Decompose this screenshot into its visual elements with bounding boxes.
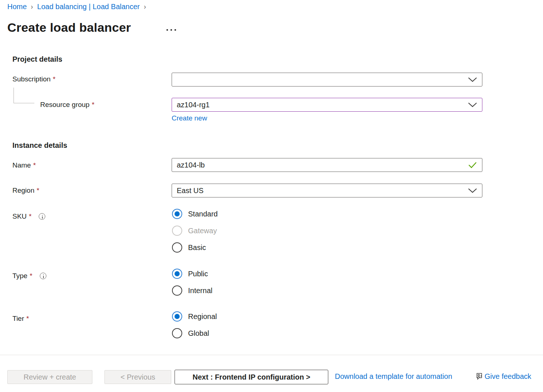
footer-divider — [0, 355, 543, 355]
ellipsis-icon — [171, 29, 172, 31]
page-title: Create load balancer — [7, 20, 131, 35]
chevron-down-icon — [468, 77, 477, 82]
project-details-heading: Project details — [12, 55, 62, 64]
breadcrumb-home-link[interactable]: Home — [7, 3, 27, 11]
region-dropdown[interactable]: East US — [172, 184, 482, 197]
required-marker: * — [92, 101, 94, 109]
info-icon[interactable] — [40, 273, 46, 279]
name-input[interactable] — [172, 158, 468, 172]
breadcrumb: Home › Load balancing | Load Balancer › — [7, 3, 146, 11]
more-options-button[interactable] — [166, 28, 177, 31]
name-field-wrapper — [172, 158, 482, 172]
sku-label: SKU * — [12, 212, 45, 220]
sku-option-basic[interactable]: Basic — [172, 242, 218, 253]
required-marker: * — [26, 315, 29, 323]
type-option-internal[interactable]: Internal — [172, 285, 213, 296]
ellipsis-icon — [167, 29, 168, 31]
region-value: East US — [172, 187, 468, 195]
required-marker: * — [33, 161, 36, 169]
subscription-label: Subscription * — [12, 75, 56, 83]
checkmark-icon — [468, 161, 477, 169]
required-marker: * — [37, 187, 39, 195]
breadcrumb-load-balancing-link[interactable]: Load balancing | Load Balancer — [37, 3, 140, 11]
required-marker: * — [53, 75, 56, 83]
tier-option-global[interactable]: Global — [172, 328, 217, 338]
type-label: Type * — [12, 272, 46, 280]
chevron-down-icon — [468, 102, 477, 107]
required-marker: * — [29, 212, 31, 220]
sku-radio-group: Standard Gateway Basic — [172, 209, 218, 253]
subscription-child-connector-line — [14, 88, 34, 103]
radio-option-label: Gateway — [188, 227, 217, 235]
radio-option-label: Basic — [188, 243, 206, 252]
chevron-down-icon — [468, 188, 477, 193]
type-option-public[interactable]: Public — [172, 269, 213, 279]
name-label: Name * — [12, 161, 36, 169]
radio-option-label: Public — [188, 270, 208, 278]
give-feedback-label: Give feedback — [485, 372, 531, 381]
type-radio-group: Public Internal — [172, 269, 213, 296]
review-create-button[interactable]: Review + create — [7, 370, 92, 384]
sku-option-gateway: Gateway — [172, 226, 218, 236]
breadcrumb-separator: › — [144, 2, 146, 12]
create-new-link[interactable]: Create new — [172, 114, 207, 122]
download-template-link[interactable]: Download a template for automation — [335, 372, 452, 381]
radio-unselected-icon[interactable] — [172, 328, 182, 338]
radio-option-label: Regional — [188, 312, 217, 321]
resource-group-dropdown[interactable]: az104-rg1 — [172, 98, 482, 112]
tier-radio-group: Regional Global — [172, 311, 217, 338]
radio-unselected-icon[interactable] — [172, 242, 182, 253]
tier-option-regional[interactable]: Regional — [172, 311, 217, 322]
give-feedback-link[interactable]: Give feedback — [475, 372, 531, 381]
resource-group-label: Resource group * — [40, 101, 95, 109]
ellipsis-icon — [175, 29, 176, 31]
radio-selected-icon[interactable] — [172, 209, 182, 219]
subscription-dropdown[interactable] — [172, 73, 482, 87]
radio-selected-icon[interactable] — [172, 269, 182, 279]
feedback-icon — [475, 372, 484, 381]
radio-selected-icon[interactable] — [172, 311, 182, 322]
sku-option-standard[interactable]: Standard — [172, 209, 218, 219]
radio-option-label: Global — [188, 329, 209, 338]
radio-option-label: Internal — [188, 287, 213, 295]
radio-unselected-icon[interactable] — [172, 285, 182, 296]
instance-details-heading: Instance details — [12, 141, 67, 150]
tier-label: Tier * — [12, 315, 29, 323]
previous-button[interactable]: < Previous — [104, 370, 171, 384]
resource-group-value: az104-rg1 — [172, 101, 468, 109]
region-label: Region * — [12, 187, 39, 195]
breadcrumb-separator: › — [31, 2, 33, 12]
radio-option-label: Standard — [188, 210, 218, 218]
info-icon[interactable] — [39, 213, 45, 220]
radio-disabled-icon — [172, 226, 182, 236]
next-frontend-ip-button[interactable]: Next : Frontend IP configuration > — [175, 370, 328, 384]
required-marker: * — [30, 272, 32, 280]
